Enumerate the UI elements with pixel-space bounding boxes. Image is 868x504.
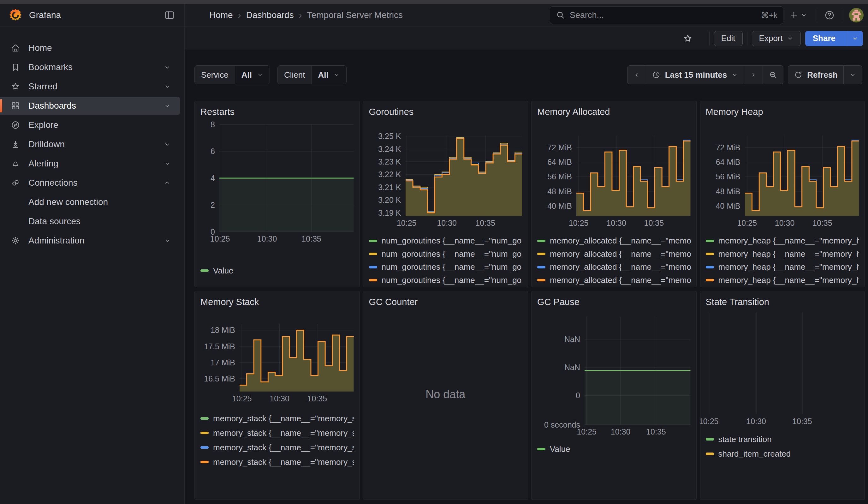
panel-title[interactable]: Restarts (200, 105, 354, 118)
chart-plot[interactable] (745, 135, 859, 216)
chevron-down-icon[interactable] (164, 160, 171, 167)
time-range-picker[interactable]: Last 15 minutes (646, 65, 745, 84)
export-button[interactable]: Export (752, 31, 801, 46)
legend-item[interactable]: state transition (706, 432, 859, 446)
legend-item[interactable]: memory_allocated {__name__="memo (537, 248, 691, 261)
legend-item[interactable]: memory_allocated {__name__="memo (537, 260, 691, 274)
edit-button[interactable]: Edit (714, 31, 743, 46)
refresh-button[interactable]: Refresh (788, 65, 844, 84)
legend-item[interactable]: memory_stack {__name__="memory_s (200, 426, 354, 440)
chevron-down-icon[interactable] (164, 102, 171, 110)
logo-block: Grafana (0, 4, 185, 27)
sidebar-item-bookmarks[interactable]: Bookmarks (0, 58, 180, 76)
sidebar-item-dashboards[interactable]: Dashboards (0, 96, 180, 115)
sidebar-item-starred[interactable]: Starred (0, 78, 180, 96)
chevron-left-icon (633, 71, 640, 78)
client-filter-value[interactable]: All (311, 66, 346, 84)
gear-icon (9, 236, 21, 245)
chart-plot[interactable] (706, 312, 859, 414)
y-tick-label: 72 MiB (716, 143, 741, 152)
service-filter-value[interactable]: All (235, 66, 270, 84)
legend-item[interactable]: memory_heap {__name__="memory_h (706, 260, 859, 274)
chart-area: 02468 (200, 124, 354, 232)
legend-dash-icon (200, 432, 209, 434)
divider (816, 9, 816, 21)
y-axis: 16.5 MiB17 MiB17.5 MiB18 MiB (200, 324, 240, 392)
chart-plot[interactable] (406, 135, 523, 216)
sidebar-item-data-sources[interactable]: Data sources (0, 212, 180, 230)
dashboards-grid-icon (9, 101, 21, 111)
chart-plot[interactable] (576, 135, 691, 216)
sidebar-item-alerting[interactable]: Alerting (0, 154, 180, 173)
legend-item[interactable]: num_goroutines {__name__="num_go (369, 248, 523, 261)
x-tick-label: 10:25 (232, 394, 252, 403)
share-menu-button[interactable] (847, 31, 863, 46)
legend-item[interactable]: num_goroutines {__name__="num_go (369, 234, 523, 248)
legend-item[interactable]: Value (200, 263, 354, 278)
chevron-down-icon[interactable] (164, 237, 171, 245)
legend-item[interactable]: memory_heap {__name__="memory_h (706, 248, 859, 261)
user-avatar[interactable] (849, 8, 864, 22)
client-filter: Client All (277, 65, 347, 84)
legend-item[interactable]: memory_stack {__name__="memory_s (200, 455, 354, 469)
help-button[interactable] (822, 7, 837, 23)
chevron-down-icon (800, 12, 807, 19)
sidebar-item-explore[interactable]: Explore (0, 116, 180, 134)
chevron-down-icon (851, 35, 859, 42)
zoom-out-button[interactable] (763, 65, 783, 84)
refresh-interval-button[interactable] (844, 65, 862, 84)
chart-plot[interactable] (240, 324, 354, 392)
chevron-down-icon[interactable] (164, 83, 171, 90)
legend-label: memory_heap {__name__="memory_h (719, 275, 859, 285)
compass-icon (9, 120, 21, 130)
sidebar-item-home[interactable]: Home (0, 39, 180, 57)
legend-item[interactable]: memory_stack {__name__="memory_s (200, 411, 354, 426)
y-tick-label: 17.5 MiB (204, 342, 235, 351)
chevron-up-icon[interactable] (164, 179, 171, 187)
chevron-down-icon[interactable] (164, 63, 171, 71)
sidebar-item-add-new-connection[interactable]: Add new connection (0, 193, 180, 211)
add-new-button[interactable] (787, 8, 810, 22)
panel-title[interactable]: Memory Stack (200, 296, 354, 308)
chevron-down-icon (731, 71, 738, 78)
panel-title[interactable]: GC Counter (369, 296, 523, 308)
x-tick-label: 10:30 (257, 234, 277, 244)
bell-icon (9, 159, 21, 168)
x-axis: 10:2510:3010:35 (240, 392, 354, 402)
legend-item[interactable]: shard_item_created (706, 446, 859, 461)
sidebar-item-connections[interactable]: Connections (0, 174, 180, 192)
panel-title[interactable]: State Transition (706, 296, 859, 308)
share-button[interactable]: Share (805, 31, 843, 46)
favorite-star-icon[interactable] (680, 31, 695, 46)
search-input[interactable] (570, 10, 757, 20)
search-box[interactable]: ⌘+k (550, 6, 783, 24)
legend-item[interactable]: num_goroutines {__name__="num_go (369, 274, 523, 287)
panel-title[interactable]: Goroutines (369, 105, 523, 118)
service-filter-label: Service (195, 66, 235, 84)
legend-item[interactable]: memory_allocated {__name__="memo (537, 234, 691, 248)
time-shift-back-button[interactable] (627, 65, 646, 84)
breadcrumb-dashboards[interactable]: Dashboards (246, 10, 294, 20)
panel-title[interactable]: GC Pause (537, 296, 691, 308)
legend-item[interactable]: memory_heap {__name__="memory_h (706, 234, 859, 248)
bookmark-icon (9, 63, 21, 72)
y-tick-label: 4 (210, 174, 215, 183)
sidebar-item-drilldown[interactable]: Drilldown (0, 135, 180, 154)
legend-item[interactable]: num_goroutines {__name__="num_go (369, 260, 523, 274)
chart-plot[interactable] (585, 316, 691, 425)
time-shift-forward-button[interactable] (744, 65, 763, 84)
divider (709, 32, 710, 45)
breadcrumb-home[interactable]: Home (209, 10, 233, 20)
dock-menu-icon[interactable] (164, 10, 175, 21)
grafana-logo-icon[interactable] (8, 8, 23, 22)
sidebar-item-administration[interactable]: Administration (0, 232, 180, 250)
chart-svg (576, 135, 691, 216)
legend-item[interactable]: Value (537, 442, 691, 456)
legend-item[interactable]: memory_heap {__name__="memory_h (706, 274, 859, 287)
chevron-down-icon[interactable] (164, 141, 171, 148)
panel-title[interactable]: Memory Heap (706, 105, 859, 118)
chart-plot[interactable] (219, 124, 354, 232)
panel-title[interactable]: Memory Allocated (537, 105, 691, 118)
legend-item[interactable]: memory_allocated {__name__="memo (537, 274, 691, 287)
legend-item[interactable]: memory_stack {__name__="memory_s (200, 440, 354, 455)
